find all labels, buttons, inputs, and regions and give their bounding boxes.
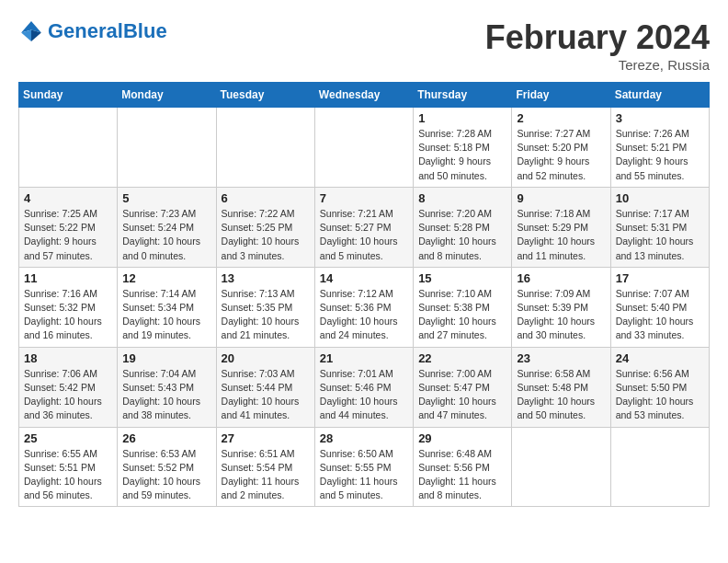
day-number: 9 (517, 191, 605, 205)
calendar-table: SundayMondayTuesdayWednesdayThursdayFrid… (18, 82, 710, 507)
weekday-header-monday: Monday (118, 83, 216, 108)
calendar-cell (216, 108, 314, 188)
day-info: Sunrise: 7:22 AM Sunset: 5:25 PM Dayligh… (222, 207, 310, 263)
day-info: Sunrise: 6:51 AM Sunset: 5:54 PM Dayligh… (222, 447, 310, 503)
calendar-week-row: 1Sunrise: 7:28 AM Sunset: 5:18 PM Daylig… (19, 108, 710, 188)
weekday-header-friday: Friday (512, 83, 610, 108)
day-info: Sunrise: 7:27 AM Sunset: 5:20 PM Dayligh… (517, 127, 605, 183)
day-info: Sunrise: 7:03 AM Sunset: 5:44 PM Dayligh… (222, 367, 310, 423)
calendar-cell: 7Sunrise: 7:21 AM Sunset: 5:27 PM Daylig… (314, 187, 413, 267)
day-info: Sunrise: 7:00 AM Sunset: 5:47 PM Dayligh… (418, 367, 506, 423)
day-number: 11 (24, 271, 112, 285)
calendar-cell: 11Sunrise: 7:16 AM Sunset: 5:32 PM Dayli… (19, 267, 118, 347)
day-info: Sunrise: 6:56 AM Sunset: 5:50 PM Dayligh… (616, 367, 704, 423)
day-number: 2 (517, 111, 605, 125)
day-info: Sunrise: 7:28 AM Sunset: 5:18 PM Dayligh… (418, 127, 506, 183)
day-info: Sunrise: 7:21 AM Sunset: 5:27 PM Dayligh… (320, 207, 408, 263)
weekday-header-saturday: Saturday (610, 83, 709, 108)
calendar-cell: 10Sunrise: 7:17 AM Sunset: 5:31 PM Dayli… (610, 187, 709, 267)
day-info: Sunrise: 7:04 AM Sunset: 5:43 PM Dayligh… (122, 367, 210, 423)
weekday-header-sunday: Sunday (19, 83, 118, 108)
day-info: Sunrise: 6:58 AM Sunset: 5:48 PM Dayligh… (517, 367, 605, 423)
calendar-body: 1Sunrise: 7:28 AM Sunset: 5:18 PM Daylig… (19, 108, 710, 507)
day-number: 4 (24, 191, 112, 205)
day-number: 18 (24, 351, 112, 365)
day-info: Sunrise: 7:10 AM Sunset: 5:38 PM Dayligh… (418, 287, 506, 343)
calendar-cell: 27Sunrise: 6:51 AM Sunset: 5:54 PM Dayli… (216, 427, 314, 507)
calendar-cell: 12Sunrise: 7:14 AM Sunset: 5:34 PM Dayli… (118, 267, 216, 347)
calendar-cell (118, 108, 216, 188)
day-info: Sunrise: 7:13 AM Sunset: 5:35 PM Dayligh… (222, 287, 310, 343)
day-info: Sunrise: 7:09 AM Sunset: 5:39 PM Dayligh… (517, 287, 605, 343)
day-number: 15 (418, 271, 506, 285)
day-info: Sunrise: 7:23 AM Sunset: 5:24 PM Dayligh… (122, 207, 210, 263)
day-number: 26 (122, 431, 210, 445)
logo-text: GeneralBlue (48, 21, 167, 41)
logo: GeneralBlue (18, 18, 167, 44)
calendar-cell (314, 108, 413, 188)
day-info: Sunrise: 7:20 AM Sunset: 5:28 PM Dayligh… (418, 207, 506, 263)
calendar-cell: 20Sunrise: 7:03 AM Sunset: 5:44 PM Dayli… (216, 347, 314, 427)
calendar-cell: 4Sunrise: 7:25 AM Sunset: 5:22 PM Daylig… (19, 187, 118, 267)
month-year-title: February 2024 (485, 18, 710, 57)
day-number: 29 (418, 431, 506, 445)
day-info: Sunrise: 7:18 AM Sunset: 5:29 PM Dayligh… (517, 207, 605, 263)
calendar-header: SundayMondayTuesdayWednesdayThursdayFrid… (19, 83, 710, 108)
day-info: Sunrise: 7:17 AM Sunset: 5:31 PM Dayligh… (616, 207, 704, 263)
calendar-cell: 19Sunrise: 7:04 AM Sunset: 5:43 PM Dayli… (118, 347, 216, 427)
day-number: 13 (222, 271, 310, 285)
calendar-cell: 29Sunrise: 6:48 AM Sunset: 5:56 PM Dayli… (414, 427, 512, 507)
calendar-cell (19, 108, 118, 188)
day-info: Sunrise: 7:12 AM Sunset: 5:36 PM Dayligh… (320, 287, 408, 343)
calendar-cell: 13Sunrise: 7:13 AM Sunset: 5:35 PM Dayli… (216, 267, 314, 347)
day-info: Sunrise: 6:53 AM Sunset: 5:52 PM Dayligh… (122, 447, 210, 503)
day-info: Sunrise: 7:25 AM Sunset: 5:22 PM Dayligh… (24, 207, 112, 263)
weekday-header-tuesday: Tuesday (216, 83, 314, 108)
calendar-cell: 3Sunrise: 7:26 AM Sunset: 5:21 PM Daylig… (610, 108, 709, 188)
calendar-cell: 16Sunrise: 7:09 AM Sunset: 5:39 PM Dayli… (512, 267, 610, 347)
day-number: 19 (122, 351, 210, 365)
day-number: 12 (122, 271, 210, 285)
page-header: GeneralBlue February 2024 Tereze, Russia (18, 18, 710, 73)
calendar-cell: 1Sunrise: 7:28 AM Sunset: 5:18 PM Daylig… (414, 108, 512, 188)
calendar-cell: 14Sunrise: 7:12 AM Sunset: 5:36 PM Dayli… (314, 267, 413, 347)
day-number: 28 (320, 431, 408, 445)
day-info: Sunrise: 7:16 AM Sunset: 5:32 PM Dayligh… (24, 287, 112, 343)
day-info: Sunrise: 7:14 AM Sunset: 5:34 PM Dayligh… (122, 287, 210, 343)
day-info: Sunrise: 7:06 AM Sunset: 5:42 PM Dayligh… (24, 367, 112, 423)
day-number: 5 (122, 191, 210, 205)
day-number: 10 (616, 191, 704, 205)
day-number: 3 (616, 111, 704, 125)
day-number: 23 (517, 351, 605, 365)
calendar-cell: 6Sunrise: 7:22 AM Sunset: 5:25 PM Daylig… (216, 187, 314, 267)
calendar-cell: 24Sunrise: 6:56 AM Sunset: 5:50 PM Dayli… (610, 347, 709, 427)
calendar-cell: 15Sunrise: 7:10 AM Sunset: 5:38 PM Dayli… (414, 267, 512, 347)
day-number: 1 (418, 111, 506, 125)
day-info: Sunrise: 6:55 AM Sunset: 5:51 PM Dayligh… (24, 447, 112, 503)
day-number: 14 (320, 271, 408, 285)
day-number: 7 (320, 191, 408, 205)
day-number: 25 (24, 431, 112, 445)
calendar-week-row: 18Sunrise: 7:06 AM Sunset: 5:42 PM Dayli… (19, 347, 710, 427)
calendar-week-row: 25Sunrise: 6:55 AM Sunset: 5:51 PM Dayli… (19, 427, 710, 507)
logo-icon (18, 18, 44, 44)
day-number: 22 (418, 351, 506, 365)
calendar-week-row: 4Sunrise: 7:25 AM Sunset: 5:22 PM Daylig… (19, 187, 710, 267)
location-label: Tereze, Russia (485, 57, 710, 73)
calendar-cell (512, 427, 610, 507)
calendar-cell: 25Sunrise: 6:55 AM Sunset: 5:51 PM Dayli… (19, 427, 118, 507)
calendar-cell: 23Sunrise: 6:58 AM Sunset: 5:48 PM Dayli… (512, 347, 610, 427)
title-block: February 2024 Tereze, Russia (485, 18, 710, 73)
calendar-cell: 26Sunrise: 6:53 AM Sunset: 5:52 PM Dayli… (118, 427, 216, 507)
day-number: 24 (616, 351, 704, 365)
day-number: 20 (222, 351, 310, 365)
calendar-cell (610, 427, 709, 507)
calendar-week-row: 11Sunrise: 7:16 AM Sunset: 5:32 PM Dayli… (19, 267, 710, 347)
calendar-cell: 21Sunrise: 7:01 AM Sunset: 5:46 PM Dayli… (314, 347, 413, 427)
calendar-cell: 18Sunrise: 7:06 AM Sunset: 5:42 PM Dayli… (19, 347, 118, 427)
weekday-header-thursday: Thursday (414, 83, 512, 108)
calendar-cell: 8Sunrise: 7:20 AM Sunset: 5:28 PM Daylig… (414, 187, 512, 267)
weekday-header-wednesday: Wednesday (314, 83, 413, 108)
day-info: Sunrise: 6:50 AM Sunset: 5:55 PM Dayligh… (320, 447, 408, 503)
day-info: Sunrise: 7:01 AM Sunset: 5:46 PM Dayligh… (320, 367, 408, 423)
